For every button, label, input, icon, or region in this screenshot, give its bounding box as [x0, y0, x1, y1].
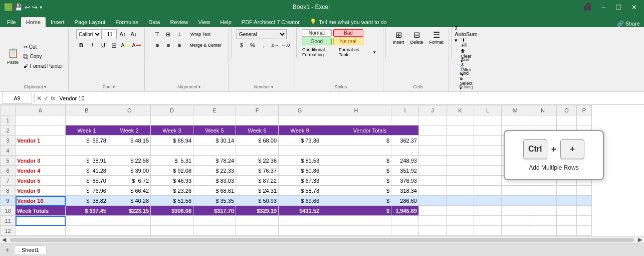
cell-J5[interactable] [419, 156, 447, 166]
tab-page-layout[interactable]: Page Layout [70, 17, 111, 27]
style-neutral[interactable]: Neutral [333, 38, 363, 45]
fill-color-btn[interactable]: A [120, 40, 130, 50]
col-header-I[interactable]: I [391, 105, 419, 115]
cell-F6[interactable]: $ 76.37 [236, 166, 279, 176]
cell-H3[interactable]: $ [321, 136, 391, 146]
tab-formulas[interactable]: Formulas [110, 17, 143, 27]
cell-K2[interactable] [447, 125, 474, 136]
cell-C8[interactable]: $ 66.42 [108, 186, 151, 196]
cell-K11[interactable] [447, 216, 474, 226]
cell-M1[interactable] [502, 115, 529, 125]
col-header-H[interactable]: H [321, 105, 391, 115]
col-header-G[interactable]: G [279, 105, 321, 115]
cell-G9[interactable]: $ 69.66 [279, 196, 321, 206]
cell-I12[interactable] [391, 226, 419, 236]
cell-H8[interactable]: $ [321, 186, 391, 196]
row-header-9[interactable]: 9 [1, 196, 16, 206]
row-header-10[interactable]: 10 [1, 206, 16, 216]
cell-L3[interactable] [474, 136, 502, 146]
format-as-table-btn[interactable]: Format as Table [338, 47, 368, 57]
cell-M8[interactable] [502, 186, 529, 196]
cell-I7[interactable]: 376.93 [391, 176, 419, 186]
cell-K8[interactable] [447, 186, 474, 196]
tab-file[interactable]: File [2, 17, 21, 27]
cell-I11[interactable] [391, 216, 419, 226]
cell-D8[interactable]: $ 23.26 [151, 186, 193, 196]
cell-I1[interactable] [391, 115, 419, 125]
cut-button[interactable]: ✂ Cut [22, 43, 65, 51]
cell-N9[interactable] [529, 196, 557, 206]
cell-D12[interactable] [151, 226, 193, 236]
cell-B8[interactable]: $ 76.96 [66, 186, 108, 196]
conditional-formatting-btn[interactable]: Conditional Formatting [302, 47, 337, 57]
cell-K5[interactable] [447, 156, 474, 166]
cell-L11[interactable] [474, 216, 502, 226]
cell-J4[interactable] [419, 146, 447, 156]
cell-B2[interactable]: Week 1 [66, 125, 108, 136]
tab-pdf[interactable]: PDF Architect 7 Creator [237, 17, 305, 27]
cell-B7[interactable]: $ 85.70 [66, 176, 108, 186]
cell-E1[interactable] [193, 115, 236, 125]
cell-A2[interactable] [16, 125, 66, 136]
sheet-tab-sheet1[interactable]: Sheet1 [14, 245, 47, 254]
cell-D4[interactable] [151, 146, 193, 156]
cell-K9[interactable] [447, 196, 474, 206]
h-scrollbar[interactable] [10, 238, 634, 242]
align-middle-btn[interactable]: ⊞ [163, 29, 173, 39]
cell-P11[interactable] [577, 216, 592, 226]
cell-L10[interactable] [474, 206, 502, 216]
cell-A11[interactable] [16, 216, 66, 226]
cell-A5[interactable]: Vendor 3 [16, 156, 66, 166]
quick-access-save[interactable]: 💾 [15, 4, 23, 11]
row-header-2[interactable]: 2 [1, 125, 16, 136]
style-good[interactable]: Good [302, 38, 332, 45]
cell-G6[interactable]: $ 80.86 [279, 166, 321, 176]
cell-H7[interactable]: $ [321, 176, 391, 186]
cell-L12[interactable] [474, 226, 502, 236]
cell-A10[interactable]: Week Totals [16, 206, 66, 216]
cell-K10[interactable] [447, 206, 474, 216]
cell-I6[interactable]: 351.92 [391, 166, 419, 176]
cell-P12[interactable] [577, 226, 592, 236]
cell-E8[interactable]: $ 68.61 [193, 186, 236, 196]
cell-D3[interactable]: $ 86.94 [151, 136, 193, 146]
cell-J3[interactable] [419, 136, 447, 146]
cell-F10[interactable]: $329.19 [236, 206, 279, 216]
col-header-D[interactable]: D [151, 105, 193, 115]
cell-D11[interactable] [151, 216, 193, 226]
cell-H6[interactable]: $ [321, 166, 391, 176]
maximize-btn[interactable]: ☐ [612, 4, 624, 11]
percent-btn[interactable]: % [248, 40, 258, 50]
cell-O12[interactable] [557, 226, 577, 236]
col-header-K[interactable]: K [447, 105, 474, 115]
paste-button[interactable]: 📋 Paste [5, 42, 21, 70]
cell-H12[interactable] [321, 226, 391, 236]
comma-btn[interactable]: , [259, 40, 269, 50]
cell-L6[interactable] [474, 166, 502, 176]
cell-A1[interactable] [16, 115, 66, 125]
cell-I9[interactable]: 286.60 [391, 196, 419, 206]
cell-C4[interactable] [108, 146, 151, 156]
cell-reference-box[interactable] [2, 93, 32, 104]
copy-button[interactable]: ⿻ Copy [22, 52, 65, 61]
decrease-font-btn[interactable]: A↓ [129, 29, 139, 39]
formula-input[interactable] [57, 95, 642, 101]
cell-J7[interactable] [419, 176, 447, 186]
cell-H11[interactable] [321, 216, 391, 226]
col-header-O[interactable]: O [557, 105, 577, 115]
cell-A9[interactable]: Vendor 10 [16, 196, 66, 206]
row-header-5[interactable]: 5 [1, 156, 16, 166]
col-header-L[interactable]: L [474, 105, 502, 115]
cell-D7[interactable]: $ 46.93 [151, 176, 193, 186]
cell-D6[interactable]: $ 92.08 [151, 166, 193, 176]
cell-P9[interactable] [577, 196, 592, 206]
row-header-8[interactable]: 8 [1, 186, 16, 196]
cell-E4[interactable] [193, 146, 236, 156]
cell-M10[interactable] [502, 206, 529, 216]
cell-L5[interactable] [474, 156, 502, 166]
cell-G7[interactable]: $ 67.33 [279, 176, 321, 186]
close-btn[interactable]: ✕ [628, 4, 640, 11]
font-size-input[interactable] [103, 29, 117, 39]
cell-K7[interactable] [447, 176, 474, 186]
cell-G8[interactable]: $ 58.78 [279, 186, 321, 196]
